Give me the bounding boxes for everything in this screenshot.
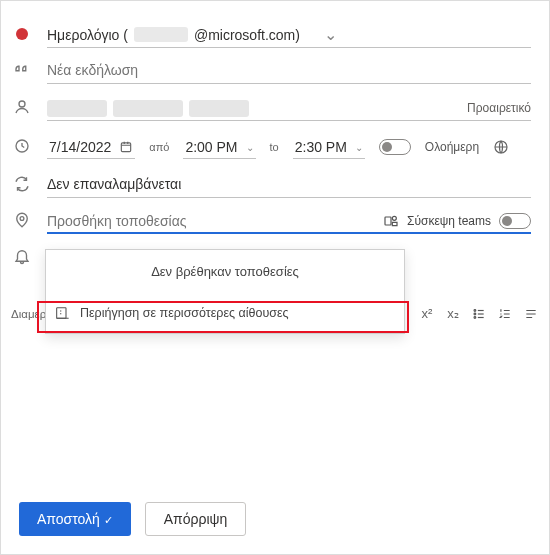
chevron-down-icon: ⌄ — [324, 25, 337, 44]
no-locations-message: Δεν βρέθηκαν τοποθεσίες — [46, 250, 404, 295]
location-icon — [11, 211, 33, 229]
svg-rect-7 — [57, 308, 66, 319]
send-check-icon: ✓ — [104, 514, 113, 526]
date-value: 7/14/2022 — [49, 139, 111, 155]
location-suggestions-panel: Δεν βρέθηκαν τοποθεσίες Περιήγηση σε περ… — [45, 249, 405, 334]
calendar-email-suffix: @microsoft.com) — [194, 27, 300, 43]
end-time-value: 2:30 PM — [295, 139, 347, 155]
quote-icon — [11, 61, 33, 79]
superscript-button[interactable]: x² — [419, 306, 435, 321]
calendar-selector[interactable]: Ημερολόγιο ( @microsoft.com) ⌄ — [47, 19, 531, 48]
svg-point-9 — [474, 313, 476, 315]
subscript-button[interactable]: x₂ — [445, 306, 461, 321]
location-field[interactable]: Σύσκεψη teams — [47, 206, 531, 234]
allday-label: Ολοήμερη — [425, 140, 479, 154]
room-icon — [54, 305, 70, 321]
optional-attendees-link[interactable]: Προαιρετικό — [467, 101, 531, 115]
date-picker[interactable]: 7/14/2022 — [47, 135, 135, 159]
align-button[interactable] — [523, 307, 539, 321]
from-label: από — [149, 141, 169, 153]
chevron-down-icon: ⌄ — [246, 142, 254, 153]
person-icon — [11, 98, 33, 116]
teams-icon — [383, 213, 399, 229]
attendee-chip[interactable] — [189, 100, 249, 117]
bell-icon — [11, 247, 33, 265]
calendar-prefix: Ημερολόγιο ( — [47, 27, 128, 43]
recurrence-selector[interactable]: Δεν επαναλαμβάνεται — [47, 170, 531, 198]
to-label: to — [270, 141, 279, 153]
svg-point-6 — [392, 216, 396, 220]
svg-point-10 — [474, 316, 476, 318]
calendar-color-dot — [11, 28, 33, 40]
attendee-chip[interactable] — [47, 100, 107, 117]
attendees-field[interactable]: Προαιρετικό — [47, 92, 531, 121]
teams-meeting-toggle[interactable] — [499, 213, 531, 229]
svg-point-8 — [474, 309, 476, 311]
allday-toggle[interactable] — [379, 139, 411, 155]
event-title-input[interactable] — [47, 62, 531, 78]
clock-icon — [11, 137, 33, 155]
send-button-label: Αποστολή — [37, 511, 100, 527]
start-time-value: 2:00 PM — [185, 139, 237, 155]
start-time-picker[interactable]: 2:00 PM ⌄ — [183, 135, 255, 159]
location-input[interactable] — [47, 213, 383, 229]
teams-meeting-label: Σύσκεψη teams — [407, 214, 491, 228]
send-button[interactable]: Αποστολή ✓ — [19, 502, 131, 536]
svg-rect-2 — [122, 143, 131, 152]
chevron-down-icon: ⌄ — [355, 142, 363, 153]
browse-more-rooms-label: Περιήγηση σε περισσότερες αίθουσες — [80, 306, 289, 320]
bullet-list-button[interactable] — [471, 307, 487, 321]
numbered-list-button[interactable] — [497, 307, 513, 321]
end-time-picker[interactable]: 2:30 PM ⌄ — [293, 135, 365, 159]
globe-icon[interactable] — [493, 139, 509, 155]
attendee-chip[interactable] — [113, 100, 183, 117]
svg-point-0 — [19, 101, 25, 107]
calendar-icon — [119, 140, 133, 154]
formatting-toolbar: x² x₂ ⌄ ooo — [419, 306, 550, 321]
discard-button[interactable]: Απόρριψη — [145, 502, 247, 536]
recurrence-value: Δεν επαναλαμβάνεται — [47, 176, 181, 192]
svg-rect-5 — [385, 217, 391, 225]
recurrence-icon — [11, 175, 33, 193]
browse-more-rooms[interactable]: Περιήγηση σε περισσότερες αίθουσες — [46, 295, 404, 333]
event-title-field[interactable] — [47, 56, 531, 84]
masked-email-user — [134, 27, 188, 42]
svg-point-4 — [20, 217, 24, 221]
